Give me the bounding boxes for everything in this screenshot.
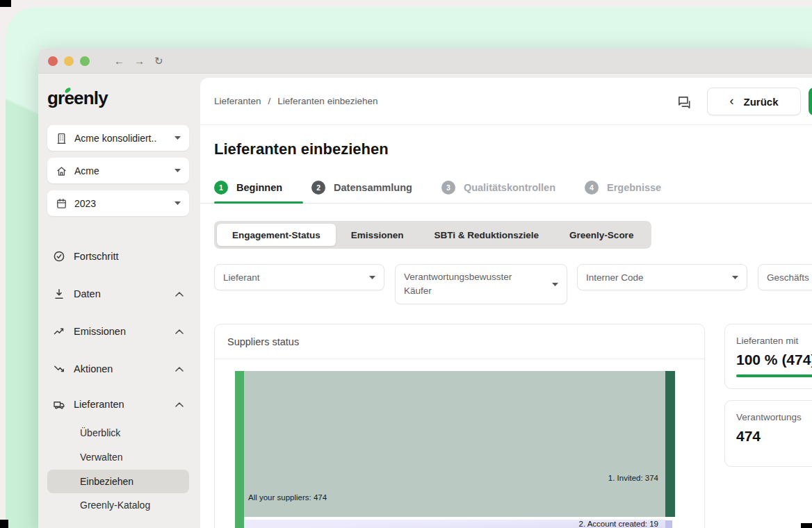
kpi-card-lieferanten-mit: Lieferanten mit 100 % (474) xyxy=(724,324,812,389)
step-beginnen[interactable]: 1 Beginnen xyxy=(214,181,282,195)
kpi-label: Lieferanten mit xyxy=(736,336,812,346)
browser-titlebar: ← → ↻ xyxy=(38,49,812,74)
sidebar-item-label: Emissionen xyxy=(74,326,126,337)
sidebar-subitem-verwalten[interactable]: Verwalten xyxy=(47,447,189,468)
browser-forward-icon[interactable]: → xyxy=(134,55,145,67)
step-qualitaetskontrollen[interactable]: 3 Qualitätskontrollen xyxy=(441,181,555,195)
chevron-left-icon: ‹ xyxy=(729,94,733,108)
filter-lieferant[interactable]: Lieferant xyxy=(214,264,384,290)
funnel-bar-account-created xyxy=(665,520,672,528)
sidebar-item-label: Aktionen xyxy=(74,363,113,374)
filter-verantwortungsbewusster-kaeufer[interactable]: Verantwortungsbewusster Käufer xyxy=(395,264,567,304)
kpi-card-verantwortungsbewusste: Verantwortungs 474 xyxy=(724,400,812,467)
step-number: 1 xyxy=(214,181,228,195)
suppliers-status-card: Suppliers status All your suppliers: 474… xyxy=(214,324,705,528)
actions-arrow-icon xyxy=(53,363,65,375)
window-maximize-button[interactable] xyxy=(80,56,90,66)
feedback-chat-button[interactable] xyxy=(675,93,693,111)
filter-placeholder: Verantwortungsbewusster Käufer xyxy=(404,264,522,304)
chevron-up-icon xyxy=(175,367,184,372)
breadcrumb-item-current: Lieferanten einbeziehen xyxy=(277,96,377,106)
sidebar-subitem-einbeziehen[interactable]: Einbeziehen xyxy=(47,470,189,493)
chevron-down-icon xyxy=(369,276,375,279)
chevron-down-icon xyxy=(174,169,181,172)
sidebar-item-label: Fortschritt xyxy=(74,251,118,262)
emissions-chart-icon xyxy=(53,325,65,338)
step-label: Ergebnisse xyxy=(607,182,661,193)
window-minimize-button[interactable] xyxy=(64,56,74,66)
step-label: Qualitätskontrollen xyxy=(464,182,555,193)
breadcrumb-separator: / xyxy=(268,96,271,106)
home-icon xyxy=(56,165,67,176)
main-content: Lieferanten / Lieferanten einbeziehen ‹ … xyxy=(200,78,812,528)
tab-emissionen[interactable]: Emissionen xyxy=(336,224,419,246)
back-button-label: Zurück xyxy=(743,96,778,108)
sidebar-item-daten[interactable]: Daten xyxy=(47,283,189,304)
chevron-down-icon xyxy=(732,276,738,279)
sidebar-item-aktionen[interactable]: Aktionen xyxy=(47,358,189,379)
sidebar-item-label: Daten xyxy=(74,288,101,299)
calendar-icon xyxy=(56,197,67,209)
sidebar-subitem-greenly-katalog[interactable]: Greenly-Katalog xyxy=(47,495,189,515)
funnel-bar-invited xyxy=(665,371,675,517)
sidebar: greenly Acme konsolidiert.. xyxy=(38,74,200,528)
screen: ← → ↻ greenly Acme konsolidiert. xyxy=(0,0,812,528)
filter-placeholder: Interner Code xyxy=(586,272,644,283)
filter-placeholder: Lieferant xyxy=(223,272,260,283)
kpi-accent-bar xyxy=(736,374,812,377)
step-number: 4 xyxy=(585,181,599,195)
sidebar-item-emissionen[interactable]: Emissionen xyxy=(47,321,189,342)
browser-window: ← → ↻ greenly Acme konsolidiert. xyxy=(38,49,812,528)
logo-text: greenly xyxy=(47,88,108,108)
chat-icon xyxy=(676,94,692,110)
step-number: 3 xyxy=(441,181,455,195)
step-ergebnisse[interactable]: 4 Ergebnisse xyxy=(585,181,661,195)
corner-artifact xyxy=(0,520,8,528)
primary-action-button[interactable] xyxy=(809,88,812,115)
suppliers-truck-icon xyxy=(53,398,65,411)
chevron-up-icon xyxy=(175,402,184,407)
window-close-button[interactable] xyxy=(48,56,58,66)
sidebar-item-lieferanten[interactable]: Lieferanten xyxy=(47,394,189,415)
stepper: 1 Beginnen 2 Datensammlung 3 Qualitätsko… xyxy=(214,181,661,195)
breadcrumb: Lieferanten / Lieferanten einbeziehen xyxy=(214,96,377,106)
tab-bar: Engagement-Status Emissionen SBTi & Redu… xyxy=(214,221,651,249)
org-selector-value: Acme konsolidiert.. xyxy=(74,133,156,144)
tab-sbti-reduktionsziele[interactable]: SBTi & Reduktionsziele xyxy=(419,224,555,246)
sidebar-item-fortschritt[interactable]: Fortschritt xyxy=(47,246,189,267)
data-download-icon xyxy=(53,288,65,300)
filter-geschaeftsbereich[interactable]: Geschäfts xyxy=(758,264,812,290)
step-label: Datensammlung xyxy=(334,182,412,193)
corner-artifact xyxy=(801,523,812,528)
filter-interner-code[interactable]: Interner Code xyxy=(577,264,747,290)
back-button[interactable]: ‹ Zurück xyxy=(707,88,801,115)
year-selector[interactable]: 2023 xyxy=(47,190,189,216)
tab-engagement-status[interactable]: Engagement-Status xyxy=(217,224,336,246)
page-title: Lieferanten einbeziehen xyxy=(214,140,389,158)
sidebar-item-label: Lieferanten xyxy=(74,399,124,410)
entity-selector[interactable]: Acme xyxy=(47,158,189,183)
chevron-down-icon xyxy=(174,136,181,140)
kpi-value: 100 % (474) xyxy=(736,352,812,368)
year-selector-value: 2023 xyxy=(74,198,96,209)
breadcrumb-item-lieferanten[interactable]: Lieferanten xyxy=(214,96,261,106)
kpi-value: 474 xyxy=(736,428,812,445)
sidebar-subitem-ueberblick[interactable]: Überblick xyxy=(47,422,189,443)
chevron-up-icon xyxy=(175,292,184,297)
org-selector[interactable]: Acme konsolidiert.. xyxy=(47,125,189,151)
funnel-invited-label: 1. Invited: 374 xyxy=(608,474,658,482)
suppliers-funnel-chart: All your suppliers: 474 1. Invited: 374 … xyxy=(215,359,704,528)
step-datensammlung[interactable]: 2 Datensammlung xyxy=(311,181,412,195)
entity-selector-value: Acme xyxy=(74,165,99,176)
step-number: 2 xyxy=(311,181,325,195)
building-icon xyxy=(56,132,67,144)
tab-greenly-score[interactable]: Greenly-Score xyxy=(554,224,649,246)
browser-reload-icon[interactable]: ↻ xyxy=(154,55,163,67)
filter-placeholder: Geschäfts xyxy=(767,272,809,283)
browser-back-icon[interactable]: ← xyxy=(114,55,124,67)
funnel-account-created-label: 2. Account created: 19 xyxy=(579,520,658,528)
greenly-logo[interactable]: greenly xyxy=(47,88,108,109)
stepper-active-indicator xyxy=(214,201,303,204)
funnel-source-label: All your suppliers: 474 xyxy=(248,493,327,502)
corner-artifact xyxy=(0,0,11,7)
